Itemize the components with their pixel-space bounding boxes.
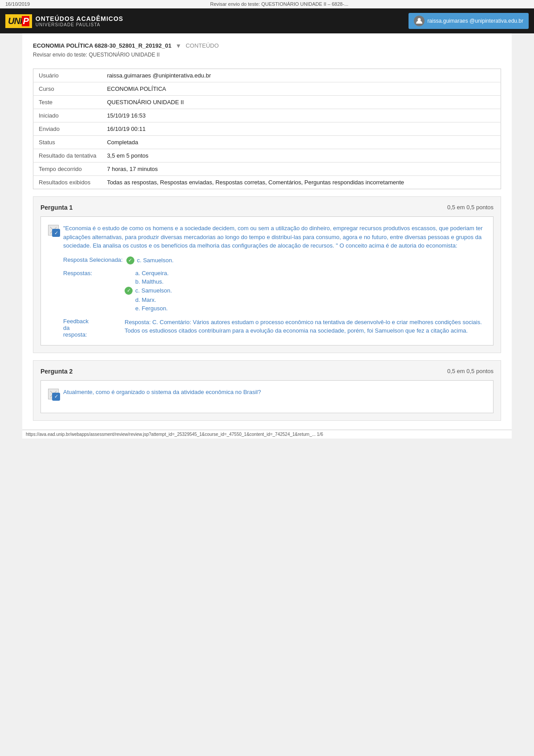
table-row: Enviado16/10/19 00:11 [33,122,501,136]
table-row: Iniciado15/10/19 16:53 [33,109,501,122]
info-label: Teste [33,96,102,109]
info-value: ECONOMIA POLÍTICA [101,82,501,96]
table-row: CursoECONOMIA POLÍTICA [33,82,501,96]
response-item: d. Marx. [125,297,172,303]
page-header: ECONOMIA POLÍTICA 6828-30_52801_R_20192_… [22,33,512,61]
info-label: Enviado [33,122,102,136]
question-1-block: Pergunta 1 0,5 em 0,5 pontos ✓ "Economia… [33,196,501,353]
course-title: ECONOMIA POLÍTICA 6828-30_52801_R_20192_… [33,42,171,49]
response-item: e. Ferguson. [125,305,172,312]
conteudos-label: ONTEÚDOS ACADÊMICOS [36,15,123,22]
chevron-down-icon[interactable]: ▾ [177,41,180,50]
top-navigation: UNIP ONTEÚDOS ACADÊMICOS UNIVERSIDADE PA… [0,8,534,33]
correct-check-icon: ✓ [52,229,60,237]
info-value: 16/10/19 00:11 [101,122,501,136]
question-2-card: ✓ Atualmente, como é organizado o sistem… [40,380,494,413]
info-label: Iniciado [33,109,102,122]
table-row: Resultados exibidosTodas as respostas, R… [33,176,501,189]
info-value: 3,5 em 5 pontos [101,149,501,163]
question-2-title: Pergunta 2 [40,368,73,375]
question-1-points: 0,5 em 0,5 pontos [447,204,494,211]
question-2-points: 0,5 em 0,5 pontos [447,368,494,374]
info-value: raissa.guimaraes @unipinterativa.edu.br [101,69,501,82]
info-value: Completada [101,136,501,149]
url-text: https://ava.ead.unip.br/webapps/assessme… [26,432,323,437]
feedback-content: Resposta: C. Comentário: Vários autores … [125,318,486,338]
table-row: TesteQUESTIONÁRIO UNIDADE II [33,96,501,109]
info-label: Resultados exibidos [33,176,102,189]
conteudo-label: CONTEÚDO [186,42,218,49]
user-badge[interactable]: raissa.guimaraes @unipinterativa.edu.br [409,13,529,29]
info-label: Status [33,136,102,149]
response-item: a. Cerqueira. [125,270,172,276]
question-1-card: ✓ "Economia é o estudo de como os homens… [40,216,494,345]
response-item: b. Malthus. [125,278,172,285]
avatar [414,16,425,26]
info-label: Usuário [33,69,102,82]
correct-answer-icon: ✓ [125,287,133,295]
responses-list: a. Cerqueira.b. Malthus.✓c. Samuelson.d.… [125,270,172,312]
response-item: ✓c. Samuelson. [125,287,172,295]
feedback-section: Feedback da resposta: Resposta: C. Comen… [63,318,486,338]
responses-label: Respostas: [63,270,121,312]
table-row: Usuárioraissa.guimaraes @unipinterativa.… [33,69,501,82]
question-1-check-icon: ✓ [48,225,59,236]
browser-date: 16/10/2019 [5,1,30,7]
info-value: Todas as respostas, Respostas enviadas, … [101,176,501,189]
logo-area: UNIP ONTEÚDOS ACADÊMICOS UNIVERSIDADE PA… [5,14,123,28]
logo-unip: UNIP [5,14,32,28]
url-bar: https://ava.ead.unip.br/webapps/assessme… [22,430,512,439]
question-1-title: Pergunta 1 [40,204,73,211]
question-2-text: Atualmente, como é organizado o sistema … [63,388,261,399]
selected-answer-label: Resposta Selecionada: [63,256,123,264]
correct-check-2-icon: ✓ [52,393,60,401]
info-value: 15/10/19 16:53 [101,109,501,122]
green-check-icon: ✓ [126,256,134,264]
info-label: Curso [33,82,102,96]
info-value: QUESTIONÁRIO UNIDADE II [101,96,501,109]
table-row: Tempo decorrido7 horas, 17 minutos [33,163,501,176]
info-label: Resultado da tentativa [33,149,102,163]
university-label: UNIVERSIDADE PAULISTA [36,22,123,27]
question-2-check-icon: ✓ [48,389,59,399]
table-row: StatusCompletada [33,136,501,149]
info-label: Tempo decorrido [33,163,102,176]
feedback-label: Feedback da resposta: [63,318,121,338]
page-subtitle: Revisar envio do teste: QUESTIONÁRIO UNI… [33,52,501,58]
selected-answer-value: ✓ c. Samuelson. [126,256,174,264]
table-row: Resultado da tentativa3,5 em 5 pontos [33,149,501,163]
user-email: raissa.guimaraes @unipinterativa.edu.br [427,18,523,24]
browser-tab-title: Revisar envio do teste: QUESTIONÁRIO UNI… [210,1,348,7]
info-value: 7 horas, 17 minutos [101,163,501,176]
question-1-text: "Economia é o estudo de como os homens e… [63,224,486,250]
question-2-block: Pergunta 2 0,5 em 0,5 pontos ✓ Atualment… [33,360,501,421]
info-table: Usuárioraissa.guimaraes @unipinterativa.… [33,69,501,189]
